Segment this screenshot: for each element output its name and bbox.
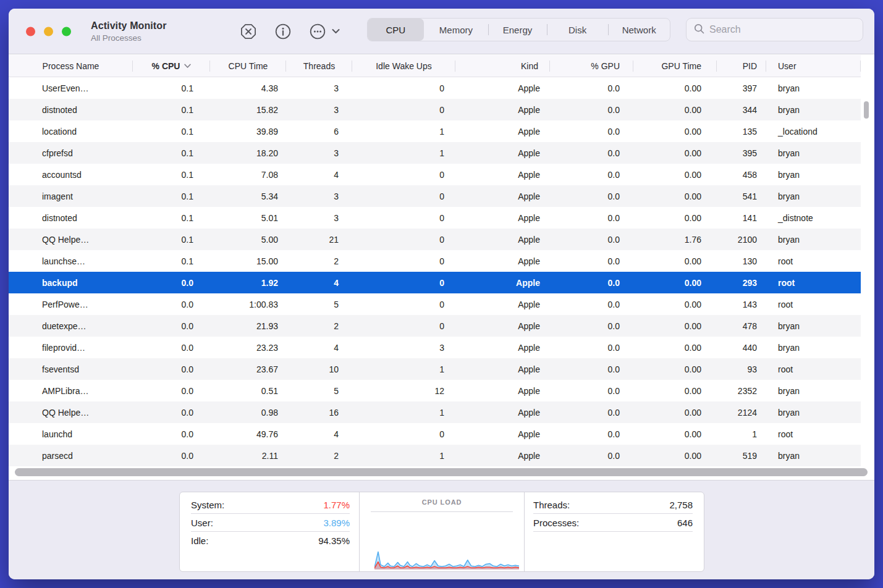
process-row[interactable]: launchse… 0.1 15.00 2 0 Apple 0.0 0.00 1… [9, 250, 861, 272]
cell-pid: 143 [717, 293, 766, 315]
process-row[interactable]: launchd 0.0 49.76 4 0 Apple 0.0 0.00 1 r… [9, 423, 861, 445]
counts-section: Threads: 2,758 Processes: 646 [525, 492, 704, 571]
close-button[interactable] [26, 27, 35, 36]
process-row[interactable]: UserEven… 0.1 4.38 3 0 Apple 0.0 0.00 39… [9, 77, 861, 99]
cell-idle-wake-ups: 1 [352, 142, 455, 164]
cell-cpu: 0.0 [133, 293, 210, 315]
cell-pid: 2100 [717, 229, 766, 250]
process-row[interactable]: distnoted 0.1 15.82 3 0 Apple 0.0 0.00 3… [9, 99, 861, 120]
cell-user: bryan [766, 77, 861, 99]
cell-gpu: 0.0 [550, 380, 633, 401]
vertical-scrollbar-thumb[interactable] [864, 101, 869, 119]
cell-gpu-time: 0.00 [633, 142, 717, 164]
search-input[interactable] [709, 24, 855, 35]
cell-idle-wake-ups: 12 [352, 380, 455, 401]
column-header-idle-wake-ups[interactable]: Idle Wake Ups [352, 55, 455, 77]
inspect-process-button[interactable] [274, 23, 292, 40]
cell-idle-wake-ups: 0 [352, 293, 455, 315]
table-header: Process Name % CPU CPU Time Threads Idle… [9, 55, 861, 77]
tab-cpu[interactable]: CPU [368, 19, 424, 41]
process-row[interactable]: accountsd 0.1 7.08 4 0 Apple 0.0 0.00 45… [9, 164, 861, 185]
stop-process-button[interactable] [240, 23, 257, 40]
cell-gpu-time: 1.76 [633, 229, 717, 250]
tab-energy[interactable]: Energy [488, 19, 547, 41]
sort-descending-icon [184, 64, 191, 69]
cell-gpu: 0.0 [550, 164, 633, 185]
cell-user: bryan [766, 99, 861, 120]
process-row[interactable]: parsecd 0.0 2.11 2 1 Apple 0.0 0.00 519 … [9, 445, 861, 466]
cell-gpu-time: 0.00 [633, 250, 717, 272]
process-row[interactable]: imagent 0.1 5.34 3 0 Apple 0.0 0.00 541 … [9, 185, 861, 207]
column-header-gpu-time[interactable]: GPU Time [633, 55, 717, 77]
tab-memory[interactable]: Memory [424, 19, 489, 41]
cell-cpu: 0.0 [133, 337, 210, 358]
cell-cpu: 0.1 [133, 142, 210, 164]
process-row[interactable]: distnoted 0.1 5.01 3 0 Apple 0.0 0.00 14… [9, 207, 861, 229]
cell-cpu-time: 39.89 [210, 120, 286, 142]
cell-threads: 5 [286, 293, 352, 315]
cell-gpu-time: 0.00 [633, 120, 717, 142]
more-options-button[interactable] [309, 23, 340, 40]
cell-idle-wake-ups: 1 [352, 358, 455, 380]
column-header-gpu[interactable]: % GPU [550, 55, 633, 77]
threads-count-row: Threads: 2,758 [533, 496, 693, 514]
cell-gpu-time: 0.00 [633, 207, 717, 229]
cell-cpu-time: 5.34 [210, 185, 286, 207]
column-header-threads[interactable]: Threads [286, 55, 352, 77]
user-value: 3.89% [323, 518, 350, 528]
cell-gpu-time: 0.00 [633, 337, 717, 358]
process-row[interactable]: fileprovid… 0.0 23.23 4 3 Apple 0.0 0.00… [9, 337, 861, 358]
process-row[interactable]: AMPLibra… 0.0 0.51 5 12 Apple 0.0 0.00 2… [9, 380, 861, 401]
process-row[interactable]: QQ Helpe… 0.0 0.98 16 1 Apple 0.0 0.00 2… [9, 401, 861, 423]
cell-idle-wake-ups: 0 [352, 229, 455, 250]
cell-threads: 16 [286, 401, 352, 423]
tab-network[interactable]: Network [608, 19, 670, 41]
cell-gpu: 0.0 [550, 272, 633, 293]
user-stat-row: User: 3.89% [191, 514, 350, 532]
view-tabs: CPU Memory Energy Disk Network [367, 18, 670, 41]
cpu-summary-box: System: 1.77% User: 3.89% Idle: 94.35% C… [179, 492, 704, 572]
cell-cpu: 0.0 [133, 315, 210, 337]
tab-disk[interactable]: Disk [547, 19, 609, 41]
threads-value: 2,758 [669, 500, 693, 510]
process-row[interactable]: fseventsd 0.0 23.67 10 1 Apple 0.0 0.00 … [9, 358, 861, 380]
column-header-user[interactable]: User [766, 55, 861, 77]
process-row[interactable]: PerfPowe… 0.0 1:00.83 5 0 Apple 0.0 0.00… [9, 293, 861, 315]
process-row[interactable]: backupd 0.0 1.92 4 0 Apple 0.0 0.00 293 … [9, 272, 861, 293]
cell-process-name: accountsd [9, 164, 133, 185]
threads-label: Threads: [533, 500, 570, 510]
idle-value: 94.35% [318, 536, 350, 546]
column-header-cpu-time[interactable]: CPU Time [210, 55, 286, 77]
cell-user: bryan [766, 445, 861, 466]
cell-threads: 10 [286, 358, 352, 380]
search-field[interactable] [686, 18, 863, 41]
cell-idle-wake-ups: 0 [352, 99, 455, 120]
cell-threads: 2 [286, 250, 352, 272]
process-row[interactable]: locationd 0.1 39.89 6 1 Apple 0.0 0.00 1… [9, 120, 861, 142]
process-row[interactable]: duetexpe… 0.0 21.93 2 0 Apple 0.0 0.00 4… [9, 315, 861, 337]
cell-gpu: 0.0 [550, 142, 633, 164]
cell-cpu: 0.1 [133, 77, 210, 99]
process-row[interactable]: QQ Helpe… 0.1 5.00 21 0 Apple 0.0 1.76 2… [9, 229, 861, 250]
cell-gpu: 0.0 [550, 207, 633, 229]
cell-user: root [766, 272, 861, 293]
column-header-pid[interactable]: PID [717, 55, 766, 77]
cell-kind: Apple [455, 293, 550, 315]
cell-gpu-time: 0.00 [633, 445, 717, 466]
cell-threads: 3 [286, 142, 352, 164]
titlebar: Activity Monitor All Processes [9, 9, 874, 54]
cell-pid: 135 [717, 120, 766, 142]
cell-idle-wake-ups: 0 [352, 315, 455, 337]
column-header-process-name[interactable]: Process Name [9, 55, 133, 77]
process-row[interactable]: cfprefsd 0.1 18.20 3 1 Apple 0.0 0.00 39… [9, 142, 861, 164]
fullscreen-button[interactable] [62, 27, 71, 36]
minimize-button[interactable] [44, 27, 53, 36]
column-header-kind[interactable]: Kind [455, 55, 550, 77]
horizontal-scrollbar-thumb[interactable] [15, 468, 868, 476]
cell-cpu-time: 2.11 [210, 445, 286, 466]
cell-cpu-time: 1:00.83 [210, 293, 286, 315]
cell-user: bryan [766, 380, 861, 401]
column-header-cpu[interactable]: % CPU [133, 55, 210, 77]
cell-kind: Apple [455, 380, 550, 401]
cell-gpu: 0.0 [550, 358, 633, 380]
